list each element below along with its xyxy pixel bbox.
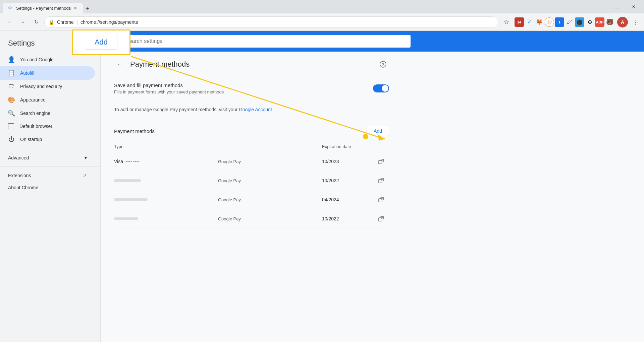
- payment-methods-section: Payment methods Add Type Expiration date: [114, 119, 389, 235]
- ext-icon-6[interactable]: 🖊: [565, 17, 574, 27]
- minimize-button[interactable]: —: [592, 1, 608, 12]
- external-link-button-4[interactable]: [376, 213, 386, 224]
- active-tab[interactable]: ⚙ Settings - Payment methods ✕: [3, 3, 83, 13]
- add-payment-button[interactable]: Add: [367, 126, 389, 136]
- provider-3: Google Pay: [218, 197, 322, 202]
- sidebar-item-search-engine[interactable]: 🔍 Search engine: [0, 107, 95, 120]
- address-bar[interactable]: 🔒 Chrome | chrome://settings/payments: [44, 16, 498, 28]
- exp-date-4: 10/2022: [322, 216, 376, 221]
- sidebar-item-about-chrome[interactable]: About Chrome: [0, 182, 95, 194]
- ext-icon-3[interactable]: 🦊: [535, 17, 544, 27]
- card-mask-3: [114, 198, 148, 201]
- card-mask-2: [114, 179, 141, 182]
- card-type-1: Visa •••• ••••: [114, 159, 218, 164]
- advanced-chevron-icon: ▾: [85, 155, 87, 160]
- card-mask-1: •••• ••••: [126, 159, 139, 164]
- sidebar-item-on-startup[interactable]: ⏻ On startup: [0, 133, 95, 146]
- toggle-thumb: [382, 85, 388, 92]
- col-header-actions: [376, 144, 389, 149]
- ext-icon-7[interactable]: ⬤: [575, 17, 584, 27]
- external-link-button-2[interactable]: [376, 175, 386, 186]
- advanced-label: Advanced: [8, 155, 29, 160]
- sidebar-item-appearance[interactable]: 🎨 Appearance: [0, 93, 95, 107]
- sidebar-item-autofill[interactable]: 📋 Autofill: [0, 66, 95, 80]
- payment-table: Type Expiration date Visa •••• •••• Goog: [114, 141, 389, 228]
- provider-1: Google Pay: [218, 159, 322, 164]
- extensions-label: Extensions: [8, 173, 31, 178]
- ext-icon-4[interactable]: 1d: [545, 17, 554, 27]
- table-row: Google Pay 10/2022: [114, 209, 389, 228]
- external-link-button-1[interactable]: [376, 156, 386, 167]
- ext-icon-5[interactable]: 1: [555, 17, 564, 27]
- shield-icon: 🛡: [8, 83, 15, 90]
- section-title: Payment methods: [114, 128, 155, 134]
- search-bar-container: 🔍: [101, 31, 644, 52]
- url-separator: |: [76, 19, 78, 25]
- sidebar-item-label-default-browser: Default browser: [19, 124, 52, 129]
- appearance-icon: 🎨: [8, 96, 15, 103]
- sidebar-item-label-autofill: Autofill: [20, 70, 34, 76]
- page-back-button[interactable]: ←: [114, 58, 126, 70]
- payment-content: ← Payment methods ? Save and fill paymen…: [101, 52, 402, 249]
- sidebar-advanced-item[interactable]: Advanced ▾: [0, 152, 95, 164]
- about-chrome-label: About Chrome: [8, 185, 38, 190]
- sidebar-item-extensions[interactable]: Extensions ↗: [0, 169, 95, 182]
- url-text: chrome://settings/payments: [80, 19, 138, 25]
- external-link-icon: ↗: [83, 173, 87, 178]
- ext-icon-1[interactable]: 14: [515, 17, 524, 27]
- new-tab-button[interactable]: +: [83, 4, 92, 13]
- col-header-exp: Expiration date: [322, 144, 376, 149]
- sidebar-item-label-you-and-google: You and Google: [20, 57, 54, 62]
- toolbar-icons: 14 ✓ 🦊 1d 1 🖊 ⬤ ⊕ ABP 🐻: [515, 17, 614, 27]
- section-header: Payment methods Add: [114, 126, 389, 136]
- autofill-icon: 📋: [8, 70, 15, 76]
- ext-icon-2[interactable]: ✓: [525, 17, 534, 27]
- tab-favicon: ⚙: [8, 5, 13, 11]
- help-button[interactable]: ?: [377, 58, 389, 70]
- sidebar-item-label-privacy: Privacy and security: [20, 84, 62, 89]
- back-button[interactable]: ←: [4, 17, 15, 27]
- provider-4: Google Pay: [218, 216, 322, 221]
- save-fill-subtitle: Fills in payment forms with your saved p…: [114, 89, 224, 94]
- close-button[interactable]: ✕: [626, 1, 641, 12]
- bookmark-button[interactable]: ☆: [501, 17, 512, 27]
- search-icon: 🔍: [8, 110, 15, 117]
- maximize-button[interactable]: ⬜: [609, 1, 625, 12]
- refresh-button[interactable]: ↻: [31, 17, 42, 27]
- site-name: Chrome: [57, 19, 74, 25]
- sidebar-item-privacy-and-security[interactable]: 🛡 Privacy and security: [0, 80, 95, 93]
- page-header-left: ← Payment methods: [114, 58, 190, 70]
- ext-icon-10[interactable]: 🐻: [605, 17, 614, 27]
- help-icon: ?: [380, 61, 386, 68]
- open-in-new-icon-1: [378, 158, 384, 164]
- google-pay-link-section: To add or manage Google Pay payment meth…: [114, 100, 389, 119]
- chrome-menu-button[interactable]: ⋮: [631, 17, 640, 27]
- search-input[interactable]: [125, 38, 405, 44]
- window-controls: — ⬜ ✕: [592, 1, 641, 12]
- search-input-wrapper[interactable]: 🔍: [109, 35, 411, 48]
- content-area: 🔍 ← Payment methods ?: [101, 31, 644, 342]
- sidebar-item-label-search: Search engine: [20, 111, 50, 116]
- exp-date-1: 10/2023: [322, 159, 376, 164]
- forward-button[interactable]: →: [17, 17, 28, 27]
- save-fill-toggle[interactable]: [373, 84, 389, 92]
- sidebar-item-you-and-google[interactable]: 👤 You and Google: [0, 53, 95, 66]
- profile-button[interactable]: A: [617, 17, 628, 27]
- card-brand-1: Visa: [114, 159, 123, 164]
- save-fill-setting-row: Save and fill payment methods Fills in p…: [114, 77, 389, 100]
- google-account-link[interactable]: Google Account: [239, 107, 272, 112]
- save-fill-title: Save and fill payment methods: [114, 82, 224, 88]
- browser-icon: [8, 123, 14, 129]
- ext-icon-8[interactable]: ⊕: [585, 17, 594, 27]
- main-content: Settings 👤 You and Google 📋 Autofill 🛡 P…: [0, 31, 644, 342]
- ext-icon-9[interactable]: ABP: [595, 17, 604, 27]
- tab-close-button[interactable]: ✕: [73, 5, 77, 11]
- sidebar-item-label-appearance: Appearance: [20, 97, 46, 102]
- table-row: Google Pay 10/2022: [114, 171, 389, 190]
- security-icon: 🔒: [49, 19, 54, 25]
- external-link-button-3[interactable]: [376, 194, 386, 205]
- google-pay-text: To add or manage Google Pay payment meth…: [114, 107, 237, 112]
- sidebar-item-default-browser[interactable]: Default browser: [0, 120, 95, 133]
- page-title: Payment methods: [130, 60, 190, 69]
- card-type-3: [114, 198, 218, 201]
